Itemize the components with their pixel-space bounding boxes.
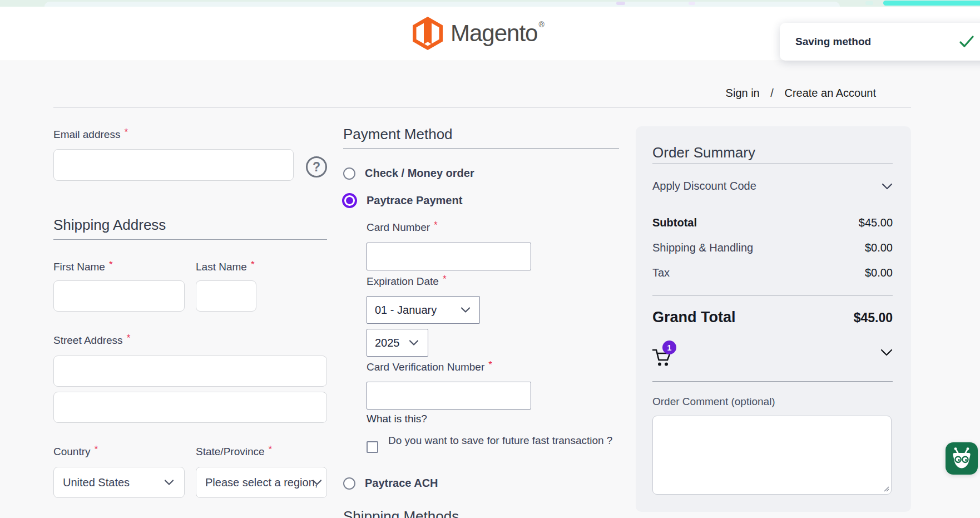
toast-saving-method: Saving method: [780, 23, 980, 61]
comment-divider: [652, 381, 893, 382]
state-select[interactable]: Please select a region,: [196, 467, 327, 498]
order-comment-textarea[interactable]: [652, 416, 892, 495]
cart-items-summary: 1: [651, 341, 690, 374]
grand-total-label: Grand Total: [652, 309, 736, 326]
check-icon: [959, 34, 974, 49]
radio-unselected-icon[interactable]: [343, 167, 355, 180]
first-name-input[interactable]: [53, 280, 185, 312]
required-asterisk: *: [127, 333, 131, 343]
subtotal-value: $45.00: [859, 216, 893, 229]
order-comment-wrap: [652, 416, 892, 495]
cart-count-badge: 1: [662, 341, 676, 354]
last-name-input[interactable]: [196, 280, 256, 312]
country-label: Country*: [53, 446, 98, 458]
country-selected-value: United States: [63, 476, 130, 489]
browser-strip: [0, 0, 980, 7]
year-selected-value: 2025: [375, 337, 400, 349]
order-summary-panel: Order Summary Apply Discount Code Subtot…: [636, 126, 911, 512]
email-help-icon[interactable]: ?: [306, 156, 327, 177]
payment-method-title: Payment Method: [343, 126, 453, 143]
country-select[interactable]: United States: [53, 467, 185, 498]
magento-logo-icon: [413, 17, 443, 50]
strip-highlight-pill: [883, 1, 980, 6]
required-asterisk: *: [251, 259, 255, 270]
chatbot-launcher-button[interactable]: [946, 442, 978, 475]
radio-selected-icon[interactable]: [342, 193, 357, 208]
required-asterisk: *: [434, 220, 438, 230]
totals-divider: [652, 295, 893, 295]
chevron-down-icon: [312, 480, 322, 486]
cvv-what-is-this-link[interactable]: What is this?: [367, 413, 427, 425]
header-divider: [53, 107, 911, 108]
street-address-label: Street Address*: [53, 334, 130, 347]
shipping-handling-value: $0.00: [865, 241, 893, 254]
apply-discount-accordion[interactable]: Apply Discount Code: [652, 180, 893, 193]
payment-option-label: Paytrace ACH: [365, 477, 438, 490]
state-selected-value: Please select a region,: [205, 476, 318, 489]
payment-method-divider: [343, 148, 619, 149]
cvv-input[interactable]: [367, 382, 531, 410]
payment-option-paytrace-ach[interactable]: Paytrace ACH: [343, 477, 438, 490]
email-label: Email address*: [53, 129, 128, 141]
strip-decoration: [689, 2, 695, 5]
expiration-date-label: Expiration Date*: [367, 275, 447, 288]
cart-expand-chevron-icon[interactable]: [880, 349, 893, 356]
browser-tab-shape: [44, 2, 840, 7]
registered-mark: ®: [538, 20, 544, 29]
create-account-link[interactable]: Create an Account: [784, 87, 876, 99]
street-address-line1-input[interactable]: [53, 356, 327, 387]
required-asterisk: *: [488, 359, 492, 370]
toast-message: Saving method: [795, 36, 871, 48]
state-label: State/Province*: [196, 446, 272, 458]
shipping-address-divider: [53, 239, 327, 240]
auth-links: Sign in / Create an Account: [53, 87, 876, 100]
robot-icon: [949, 446, 974, 471]
brand-wordmark: Magento: [451, 20, 537, 47]
month-selected-value: 01 - January: [375, 304, 437, 317]
radio-unselected-icon[interactable]: [343, 477, 355, 490]
save-card-label: Do you want to save for future fast tran…: [388, 432, 622, 449]
chevron-down-icon: [882, 183, 893, 190]
payment-option-paytrace-payment[interactable]: Paytrace Payment: [342, 193, 462, 208]
chevron-down-icon: [461, 307, 471, 313]
payment-option-label: Paytrace Payment: [367, 194, 462, 207]
subtotal-label: Subtotal: [652, 216, 697, 229]
shipping-handling-label: Shipping & Handling: [652, 241, 753, 254]
order-comment-label: Order Comment (optional): [652, 396, 775, 408]
tax-label: Tax: [652, 267, 670, 279]
expiration-month-select[interactable]: 01 - January: [367, 296, 480, 324]
strip-decoration: [616, 2, 625, 5]
summary-row-shipping: Shipping & Handling $0.00: [652, 241, 893, 254]
street-address-line2-input[interactable]: [53, 392, 327, 423]
required-asterisk: *: [269, 444, 273, 455]
order-summary-divider: [652, 164, 893, 164]
card-number-input[interactable]: [367, 243, 531, 270]
required-asterisk: *: [95, 444, 98, 455]
magento-logo[interactable]: Magento ®: [413, 17, 545, 50]
shipping-methods-title: Shipping Methods: [343, 508, 459, 518]
last-name-label: Last Name*: [196, 261, 255, 273]
save-card-checkbox[interactable]: [367, 441, 378, 453]
first-name-label: First Name*: [53, 261, 113, 273]
required-asterisk: *: [124, 127, 128, 137]
sign-in-link[interactable]: Sign in: [726, 87, 760, 99]
chevron-down-icon: [164, 480, 174, 486]
payment-option-check-money-order[interactable]: Check / Money order: [343, 167, 474, 180]
card-number-label: Card Number*: [367, 221, 438, 234]
cvv-label: Card Verification Number*: [367, 361, 492, 373]
apply-discount-label: Apply Discount Code: [652, 180, 756, 193]
email-input[interactable]: [53, 149, 294, 181]
tax-value: $0.00: [865, 267, 893, 279]
strip-decoration: [865, 1, 873, 5]
checkout-page: Magento ® Saving method Sign in / Create…: [0, 0, 980, 518]
auth-links-separator: /: [770, 87, 774, 99]
required-asterisk: *: [443, 274, 447, 284]
order-summary-title: Order Summary: [652, 144, 755, 161]
shipping-address-title: Shipping Address: [53, 216, 166, 234]
expiration-year-select[interactable]: 2025: [367, 329, 428, 357]
payment-option-label: Check / Money order: [365, 167, 474, 180]
question-mark-glyph: ?: [313, 160, 320, 175]
summary-row-tax: Tax $0.00: [652, 267, 893, 279]
grand-total-value: $45.00: [854, 310, 893, 325]
summary-row-subtotal: Subtotal $45.00: [652, 216, 893, 229]
